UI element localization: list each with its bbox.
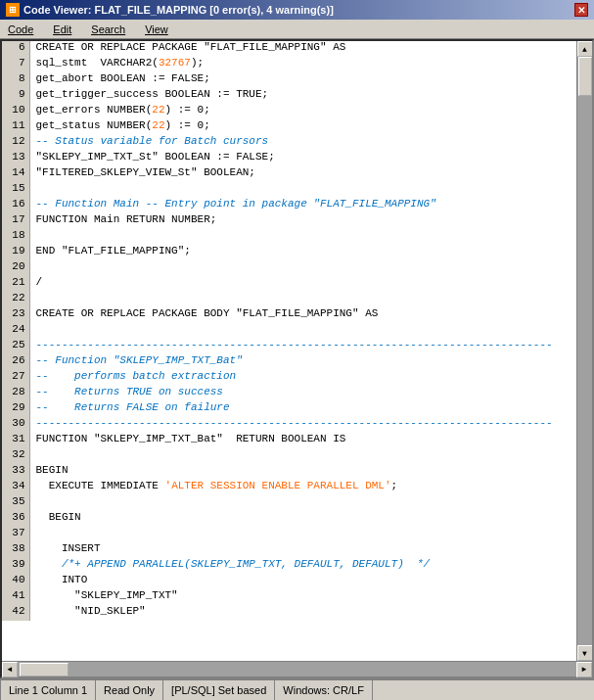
line-number: 22 bbox=[2, 292, 29, 307]
table-row: 23CREATE OR REPLACE PACKAGE BODY "FLAT_F… bbox=[2, 307, 576, 323]
code-editor[interactable]: 6CREATE OR REPLACE PACKAGE "FLAT_FILE_MA… bbox=[2, 41, 576, 661]
line-content bbox=[29, 323, 576, 339]
table-row: 34 EXECUTE IMMEDIATE 'ALTER SESSION ENAB… bbox=[2, 480, 576, 495]
line-number: 26 bbox=[2, 354, 29, 370]
line-content bbox=[29, 292, 576, 307]
line-number: 25 bbox=[2, 339, 29, 354]
menu-search[interactable]: Search bbox=[87, 23, 129, 36]
table-row: 33BEGIN bbox=[2, 464, 576, 480]
status-language: [PL/SQL] Set based bbox=[163, 680, 275, 700]
line-content: -- Function Main -- Entry point in packa… bbox=[29, 198, 576, 213]
close-button[interactable]: ✕ bbox=[574, 3, 588, 17]
scroll-left-button[interactable]: ◄ bbox=[2, 662, 18, 677]
table-row: 30--------------------------------------… bbox=[2, 417, 576, 433]
table-row: 31FUNCTION "SKLEPY_IMP_TXT_Bat" RETURN B… bbox=[2, 433, 576, 448]
table-row: 29-- Returns FALSE on failure bbox=[2, 401, 576, 417]
line-content: get_errors NUMBER(22) := 0; bbox=[29, 104, 576, 119]
line-content: /*+ APPEND PARALLEL(SKLEPY_IMP_TXT, DEFA… bbox=[29, 558, 576, 574]
table-row: 10get_errors NUMBER(22) := 0; bbox=[2, 104, 576, 119]
line-number: 42 bbox=[2, 605, 29, 621]
line-number: 35 bbox=[2, 495, 29, 511]
line-content bbox=[29, 495, 576, 511]
line-number: 7 bbox=[2, 57, 29, 72]
table-row: 28-- Returns TRUE on success bbox=[2, 386, 576, 401]
line-number: 23 bbox=[2, 307, 29, 323]
table-row: 39 /*+ APPEND PARALLEL(SKLEPY_IMP_TXT, D… bbox=[2, 558, 576, 574]
table-row: 35 bbox=[2, 495, 576, 511]
status-bar: Line 1 Column 1 Read Only [PL/SQL] Set b… bbox=[0, 678, 594, 700]
line-content: ----------------------------------------… bbox=[29, 417, 576, 433]
line-content: -- Returns FALSE on failure bbox=[29, 401, 576, 417]
line-content: get_status NUMBER(22) := 0; bbox=[29, 119, 576, 135]
line-number: 40 bbox=[2, 574, 29, 589]
line-content: get_abort BOOLEAN := FALSE; bbox=[29, 72, 576, 88]
line-number: 13 bbox=[2, 151, 29, 166]
table-row: 40 INTO bbox=[2, 574, 576, 589]
table-row: 24 bbox=[2, 323, 576, 339]
status-position: Line 1 Column 1 bbox=[0, 680, 96, 700]
line-content: BEGIN bbox=[29, 464, 576, 480]
menu-view[interactable]: View bbox=[141, 23, 172, 36]
line-content: sql_stmt VARCHAR2(32767); bbox=[29, 57, 576, 72]
line-content bbox=[29, 182, 576, 198]
line-content: INTO bbox=[29, 574, 576, 589]
line-content: "SKLEPY_IMP_TXT" bbox=[29, 589, 576, 605]
line-number: 30 bbox=[2, 417, 29, 433]
line-number: 24 bbox=[2, 323, 29, 339]
table-row: 18 bbox=[2, 229, 576, 245]
status-line-ending: Windows: CR/LF bbox=[275, 680, 373, 700]
scroll-up-button[interactable]: ▲ bbox=[577, 41, 593, 57]
line-content: / bbox=[29, 276, 576, 292]
table-row: 32 bbox=[2, 448, 576, 464]
line-content: -- Status variable for Batch cursors bbox=[29, 135, 576, 151]
line-number: 34 bbox=[2, 480, 29, 495]
table-row: 41 "SKLEPY_IMP_TXT" bbox=[2, 589, 576, 605]
scroll-thumb[interactable] bbox=[578, 57, 592, 96]
table-row: 36 BEGIN bbox=[2, 511, 576, 527]
scroll-track[interactable] bbox=[577, 57, 592, 645]
horizontal-scrollbar[interactable]: ◄ ► bbox=[2, 661, 592, 677]
line-content bbox=[29, 448, 576, 464]
table-row: 12-- Status variable for Batch cursors bbox=[2, 135, 576, 151]
line-number: 10 bbox=[2, 104, 29, 119]
app-icon: ⊞ bbox=[6, 3, 20, 17]
table-row: 38 INSERT bbox=[2, 542, 576, 558]
line-content: INSERT bbox=[29, 542, 576, 558]
scroll-right-button[interactable]: ► bbox=[576, 662, 592, 677]
line-number: 9 bbox=[2, 88, 29, 104]
menu-bar: Code Edit Search View bbox=[0, 20, 594, 39]
line-number: 29 bbox=[2, 401, 29, 417]
table-row: 37 bbox=[2, 527, 576, 542]
hscroll-thumb[interactable] bbox=[20, 663, 69, 677]
line-content: get_trigger_success BOOLEAN := TRUE; bbox=[29, 88, 576, 104]
line-number: 15 bbox=[2, 182, 29, 198]
table-row: 17FUNCTION Main RETURN NUMBER; bbox=[2, 213, 576, 229]
title-bar-left: ⊞ Code Viewer: FLAT_FILE_MAPPING [0 erro… bbox=[6, 3, 334, 17]
line-content: CREATE OR REPLACE PACKAGE BODY "FLAT_FIL… bbox=[29, 307, 576, 323]
line-number: 36 bbox=[2, 511, 29, 527]
line-content: EXECUTE IMMEDIATE 'ALTER SESSION ENABLE … bbox=[29, 480, 576, 495]
line-content: "SKLEPY_IMP_TXT_St" BOOLEAN := FALSE; bbox=[29, 151, 576, 166]
line-content: FUNCTION "SKLEPY_IMP_TXT_Bat" RETURN BOO… bbox=[29, 433, 576, 448]
line-content: "FILTERED_SKLEPY_VIEW_St" BOOLEAN; bbox=[29, 166, 576, 182]
menu-code[interactable]: Code bbox=[4, 23, 37, 36]
menu-edit[interactable]: Edit bbox=[49, 23, 75, 36]
title-bar: ⊞ Code Viewer: FLAT_FILE_MAPPING [0 erro… bbox=[0, 0, 594, 20]
line-content: FUNCTION Main RETURN NUMBER; bbox=[29, 213, 576, 229]
table-row: 9get_trigger_success BOOLEAN := TRUE; bbox=[2, 88, 576, 104]
line-number: 19 bbox=[2, 245, 29, 260]
table-row: 27-- performs batch extraction bbox=[2, 370, 576, 386]
line-number: 28 bbox=[2, 386, 29, 401]
line-number: 31 bbox=[2, 433, 29, 448]
table-row: 26-- Function "SKLEPY_IMP_TXT_Bat" bbox=[2, 354, 576, 370]
vertical-scrollbar[interactable]: ▲ ▼ bbox=[576, 41, 592, 661]
hscroll-track[interactable] bbox=[18, 662, 576, 677]
table-row: 25--------------------------------------… bbox=[2, 339, 576, 354]
line-number: 16 bbox=[2, 198, 29, 213]
scroll-down-button[interactable]: ▼ bbox=[577, 645, 593, 661]
line-number: 32 bbox=[2, 448, 29, 464]
line-content bbox=[29, 229, 576, 245]
line-number: 12 bbox=[2, 135, 29, 151]
table-row: 42 "NID_SKLEP" bbox=[2, 605, 576, 621]
line-number: 18 bbox=[2, 229, 29, 245]
